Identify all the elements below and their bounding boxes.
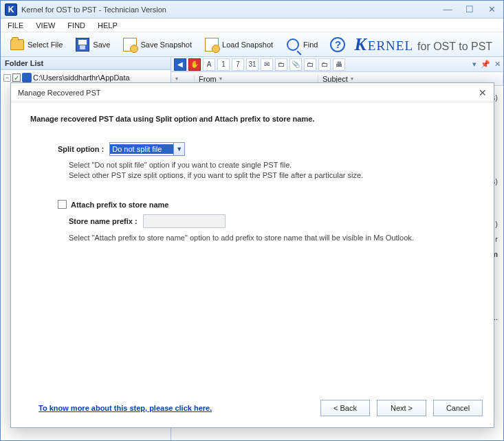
menu-bar: FILE VIEW FIND HELP bbox=[1, 19, 503, 32]
col-from[interactable]: From▾ bbox=[195, 75, 318, 83]
save-snapshot-label: Save Snapshot bbox=[140, 41, 192, 49]
brand-first: K bbox=[354, 34, 366, 55]
pane-menu-icon[interactable]: ▾ bbox=[472, 60, 476, 69]
tree-collapse-icon[interactable]: − bbox=[3, 74, 11, 82]
seven-icon[interactable]: 7 bbox=[232, 58, 244, 71]
split-option-label: Split option : bbox=[58, 145, 104, 153]
menu-find[interactable]: FIND bbox=[67, 21, 85, 30]
attach-prefix-label: Attach prefix to store name bbox=[71, 201, 168, 209]
dialog-title: Manage Recovered PST bbox=[18, 89, 100, 97]
back-icon[interactable]: ◀ bbox=[174, 58, 186, 71]
help-icon: ? bbox=[330, 37, 345, 52]
split-option-combo[interactable]: Do not split file ▼ bbox=[109, 142, 185, 156]
split-hint: Select "Do not split file" option if you… bbox=[69, 160, 474, 181]
brand-logo: KERNEL for OST to PST bbox=[354, 34, 492, 55]
save-snapshot-button[interactable]: Save Snapshot bbox=[118, 34, 197, 55]
thirtyone-icon[interactable]: 31 bbox=[246, 58, 259, 71]
folder3-icon[interactable]: 🗀 bbox=[318, 58, 331, 71]
folder-list-header: Folder List bbox=[1, 57, 171, 70]
select-file-button[interactable]: Select File bbox=[5, 34, 67, 55]
folder-open-icon bbox=[10, 39, 24, 50]
learn-more-link[interactable]: To know more about this step, please cli… bbox=[39, 404, 212, 412]
save-button[interactable]: Save bbox=[70, 34, 115, 55]
brand-rest: ERNEL bbox=[368, 38, 413, 54]
mail-icon[interactable]: ✉ bbox=[261, 58, 273, 71]
col-icon[interactable]: ▾ bbox=[171, 76, 195, 82]
window-title: Kernel for OST to PST - Technician Versi… bbox=[21, 5, 440, 14]
folder-icon[interactable]: 🗀 bbox=[275, 58, 287, 71]
next-button[interactable]: Next > bbox=[377, 400, 426, 416]
stop-icon[interactable]: ✋ bbox=[188, 58, 201, 71]
save-icon bbox=[76, 38, 89, 52]
back-button[interactable]: < Back bbox=[320, 400, 370, 416]
split-option-value: Do not split file bbox=[110, 144, 173, 154]
tree-root-label: C:\Users\siddharthr\AppData bbox=[33, 74, 130, 82]
attach-icon[interactable]: 📎 bbox=[289, 58, 302, 71]
save-label: Save bbox=[93, 41, 110, 49]
help-button[interactable]: ? bbox=[325, 34, 350, 55]
close-button[interactable]: ✕ bbox=[484, 4, 499, 15]
main-toolbar: Select File Save Save Snapshot Load Snap… bbox=[1, 32, 503, 57]
find-label: Find bbox=[303, 41, 318, 49]
menu-view[interactable]: VIEW bbox=[36, 21, 55, 30]
find-icon bbox=[287, 38, 299, 51]
save-snapshot-icon bbox=[123, 38, 137, 52]
datastore-icon bbox=[22, 73, 32, 82]
pane-close-icon[interactable]: ✕ bbox=[494, 60, 501, 69]
one-icon[interactable]: 1 bbox=[217, 58, 230, 71]
tree-checkbox[interactable]: ✓ bbox=[12, 74, 21, 82]
print-icon[interactable]: 🖶 bbox=[333, 58, 345, 71]
title-bar: K Kernel for OST to PST - Technician Ver… bbox=[1, 1, 503, 19]
list-mini-toolbar: ◀ ✋ A 1 7 31 ✉ 🗀 📎 🗀 🗀 🖶 ▾ 📌 ✕ bbox=[171, 57, 503, 72]
prefix-hint: Select "Attach prefix to store name" opt… bbox=[69, 234, 474, 242]
folder2-icon[interactable]: 🗀 bbox=[304, 58, 316, 71]
chevron-down-icon[interactable]: ▼ bbox=[173, 143, 184, 155]
menu-file[interactable]: FILE bbox=[8, 21, 23, 30]
tree-root-row[interactable]: − ✓ C:\Users\siddharthr\AppData bbox=[3, 73, 168, 82]
col-subject[interactable]: Subject▾ bbox=[318, 75, 503, 83]
select-file-label: Select File bbox=[28, 41, 63, 49]
minimize-button[interactable]: — bbox=[440, 4, 455, 15]
a-icon[interactable]: A bbox=[203, 58, 215, 71]
load-snapshot-label: Load Snapshot bbox=[222, 41, 273, 49]
maximize-button[interactable]: ☐ bbox=[462, 4, 477, 15]
attach-prefix-checkbox[interactable] bbox=[58, 200, 67, 209]
dialog-close-icon[interactable]: ✕ bbox=[479, 87, 487, 98]
find-button[interactable]: Find bbox=[281, 34, 322, 55]
menu-help[interactable]: HELP bbox=[98, 21, 118, 30]
cancel-button[interactable]: Cancel bbox=[433, 400, 483, 416]
store-prefix-label: Store name prefix : bbox=[69, 217, 138, 225]
dialog-heading: Manage recovered PST data using Split op… bbox=[30, 115, 474, 123]
load-snapshot-icon bbox=[205, 38, 219, 52]
dialog-title-bar: Manage Recovered PST ✕ bbox=[11, 83, 494, 102]
pin-icon[interactable]: 📌 bbox=[481, 60, 490, 69]
load-snapshot-button[interactable]: Load Snapshot bbox=[199, 34, 278, 55]
app-icon: K bbox=[5, 3, 17, 16]
brand-for: for OST to PST bbox=[417, 41, 492, 53]
manage-recovered-pst-dialog: Manage Recovered PST ✕ Manage recovered … bbox=[10, 82, 494, 428]
store-prefix-input[interactable] bbox=[143, 214, 226, 228]
